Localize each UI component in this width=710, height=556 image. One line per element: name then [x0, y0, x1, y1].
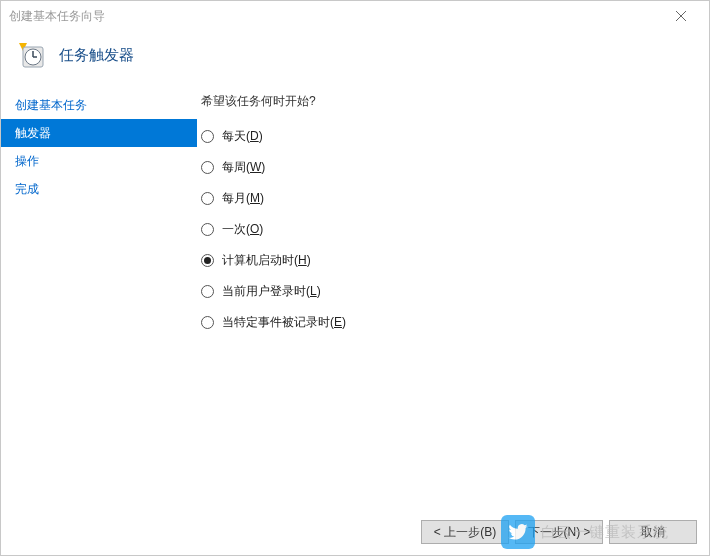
window-title: 创建基本任务向导 — [9, 8, 105, 25]
radio-indicator[interactable] — [201, 285, 214, 298]
radio-option[interactable]: 一次(O) — [201, 221, 689, 238]
radio-option[interactable]: 每天(D) — [201, 128, 689, 145]
footer: 白云一键重装系统 < 上一步(B) 下一步(N) > 取消 — [1, 509, 709, 555]
close-icon — [676, 11, 686, 21]
sidebar-item-finish[interactable]: 完成 — [1, 175, 197, 203]
back-button-label: < 上一步(B) — [434, 524, 496, 541]
radio-indicator[interactable] — [201, 316, 214, 329]
page-title: 任务触发器 — [59, 46, 134, 65]
radio-option[interactable]: 当特定事件被记录时(E) — [201, 314, 689, 331]
titlebar: 创建基本任务向导 — [1, 1, 709, 31]
radio-label: 每天(D) — [222, 128, 263, 145]
back-button[interactable]: < 上一步(B) — [421, 520, 509, 544]
sidebar-item-label: 完成 — [15, 182, 39, 196]
radio-indicator[interactable] — [201, 223, 214, 236]
radio-option[interactable]: 计算机启动时(H) — [201, 252, 689, 269]
radio-indicator[interactable] — [201, 130, 214, 143]
sidebar: 创建基本任务 触发器 操作 完成 — [1, 87, 197, 509]
body: 创建基本任务 触发器 操作 完成 希望该任务何时开始? 每天(D)每周(W)每月… — [1, 87, 709, 509]
radio-label: 每周(W) — [222, 159, 265, 176]
radio-label: 一次(O) — [222, 221, 263, 238]
radio-indicator[interactable] — [201, 161, 214, 174]
sidebar-item-label: 创建基本任务 — [15, 98, 87, 112]
sidebar-item-trigger[interactable]: 触发器 — [1, 119, 197, 147]
radio-indicator[interactable] — [201, 254, 214, 267]
sidebar-item-create-task[interactable]: 创建基本任务 — [1, 91, 197, 119]
wizard-window: 创建基本任务向导 任务触发器 创建基本任务 触发器 — [0, 0, 710, 556]
radio-option[interactable]: 每周(W) — [201, 159, 689, 176]
header: 任务触发器 — [1, 31, 709, 87]
radio-label: 当特定事件被记录时(E) — [222, 314, 346, 331]
radio-option[interactable]: 每月(M) — [201, 190, 689, 207]
radio-option[interactable]: 当前用户登录时(L) — [201, 283, 689, 300]
content: 希望该任务何时开始? 每天(D)每周(W)每月(M)一次(O)计算机启动时(H)… — [197, 87, 709, 509]
radio-label: 计算机启动时(H) — [222, 252, 311, 269]
trigger-options: 每天(D)每周(W)每月(M)一次(O)计算机启动时(H)当前用户登录时(L)当… — [201, 128, 689, 331]
trigger-prompt: 希望该任务何时开始? — [201, 93, 689, 110]
close-button[interactable] — [661, 2, 701, 30]
radio-label: 当前用户登录时(L) — [222, 283, 321, 300]
sidebar-item-action[interactable]: 操作 — [1, 147, 197, 175]
radio-label: 每月(M) — [222, 190, 264, 207]
task-scheduler-icon — [17, 41, 45, 69]
next-button[interactable]: 下一步(N) > — [515, 520, 603, 544]
cancel-button-label: 取消 — [641, 524, 665, 541]
cancel-button[interactable]: 取消 — [609, 520, 697, 544]
sidebar-item-label: 触发器 — [15, 126, 51, 140]
next-button-label: 下一步(N) > — [528, 524, 591, 541]
radio-indicator[interactable] — [201, 192, 214, 205]
sidebar-item-label: 操作 — [15, 154, 39, 168]
